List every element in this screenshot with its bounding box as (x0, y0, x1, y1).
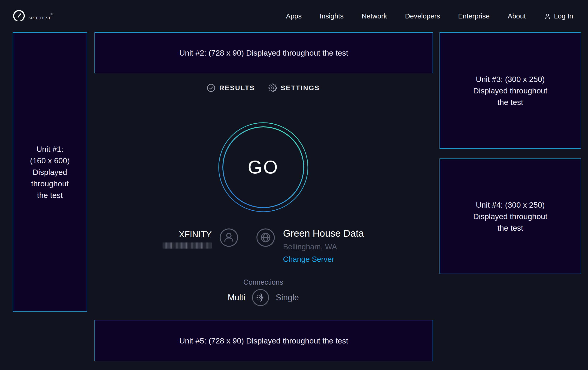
ad-text: throughout (31, 178, 69, 189)
login-button[interactable]: Log In (544, 12, 573, 20)
ad-unit-5[interactable]: Unit #5: (728 x 90) Displayed throughout… (94, 320, 433, 361)
connections-label: Connections (87, 278, 440, 287)
ad-text: Unit #5: (728 x 90) Displayed throughout… (179, 335, 348, 347)
ad-text: (160 x 600) (30, 155, 70, 166)
connections-option-single[interactable]: Single (276, 293, 299, 302)
person-icon (544, 12, 551, 20)
ad-text: Unit #2: (728 x 90) Displayed throughout… (179, 47, 348, 59)
nav-item-enterprise[interactable]: Enterprise (458, 12, 490, 20)
server-name: Green House Data (283, 228, 364, 239)
speedtest-logo[interactable]: SPEEDTEST® (13, 10, 53, 22)
ad-text: Unit #4: (300 x 250) (476, 199, 545, 210)
server-location: Bellingham, WA (283, 242, 364, 251)
speedometer-icon (13, 10, 25, 22)
logo-text: SPEEDTEST® (29, 12, 53, 20)
server-block: Green House Data Bellingham, WA Change S… (283, 228, 364, 264)
ad-text: the test (37, 189, 63, 201)
ad-unit-1[interactable]: Unit #1: (160 x 600) Displayed throughou… (13, 32, 87, 312)
nav-item-insights[interactable]: Insights (320, 12, 343, 20)
ad-unit-2[interactable]: Unit #2: (728 x 90) Displayed throughout… (94, 32, 433, 73)
go-button-label: GO (218, 122, 309, 212)
isp-name: XFINITY (163, 230, 211, 240)
ad-unit-3[interactable]: Unit #3: (300 x 250) Displayed throughou… (440, 32, 581, 149)
top-nav-bar: SPEEDTEST® Apps Insights Network Develop… (0, 0, 588, 32)
tab-settings-label: SETTINGS (281, 84, 320, 92)
ad-text: Unit #1: (36, 143, 63, 155)
main-nav: Apps Insights Network Developers Enterpr… (286, 12, 573, 20)
nav-item-about[interactable]: About (508, 12, 526, 20)
nav-item-developers[interactable]: Developers (405, 12, 440, 20)
tab-settings[interactable]: SETTINGS (268, 83, 320, 92)
check-circle-icon (207, 83, 215, 92)
ad-text: the test (497, 222, 523, 234)
multi-connection-icon[interactable] (252, 289, 269, 306)
ad-unit-4[interactable]: Unit #4: (300 x 250) Displayed throughou… (440, 159, 581, 274)
ad-text: Displayed throughout (473, 85, 547, 96)
gear-icon (268, 83, 277, 92)
person-icon (220, 228, 238, 247)
isp-block: XFINITY (163, 230, 211, 250)
connections-option-multi[interactable]: Multi (228, 293, 245, 302)
nav-item-network[interactable]: Network (362, 12, 387, 20)
nav-item-apps[interactable]: Apps (286, 12, 302, 20)
redacted-ip-address (163, 242, 211, 249)
ad-text: Displayed throughout (473, 210, 547, 222)
tab-results-label: RESULTS (219, 84, 255, 92)
go-button[interactable]: GO (218, 122, 309, 212)
ad-text: Unit #3: (300 x 250) (476, 73, 545, 85)
globe-icon (256, 228, 275, 247)
change-server-link[interactable]: Change Server (283, 255, 334, 264)
tab-results[interactable]: RESULTS (207, 83, 255, 92)
ad-text: Displayed (32, 166, 67, 178)
connection-info-row: XFINITY Green House Data Bellingham, WA … (87, 228, 440, 264)
connections-toggle-row: Multi Single (87, 289, 440, 306)
trademark-mark: ® (51, 12, 53, 16)
login-label: Log In (554, 12, 573, 20)
tabs-row: RESULTS SETTINGS (87, 83, 440, 92)
ad-text: the test (497, 96, 523, 108)
